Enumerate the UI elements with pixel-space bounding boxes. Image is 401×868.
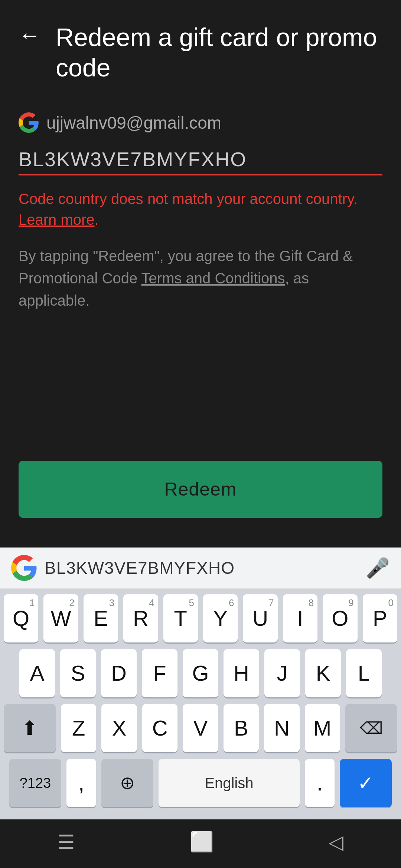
key-g[interactable]: G xyxy=(183,649,218,697)
keyboard-row-1: 1Q 2W 3E 4R 5T 6Y 7U 8I 9O 0P xyxy=(4,594,397,642)
learn-more-link[interactable]: Learn more xyxy=(19,211,95,228)
account-email: ujjwalnv09@gmail.com xyxy=(46,113,221,133)
numbers-key[interactable]: ?123 xyxy=(9,759,61,807)
key-y[interactable]: 6Y xyxy=(203,594,238,642)
input-container[interactable] xyxy=(19,144,382,175)
key-u[interactable]: 7U xyxy=(243,594,277,642)
keyboard-row-3: ⬆ Z X C V B N M ⌫ xyxy=(4,704,397,752)
key-d[interactable]: D xyxy=(101,649,137,697)
gboard-topbar: BL3KW3VE7BMYFXHO 🎤 xyxy=(0,548,401,589)
gboard-input-display: BL3KW3VE7BMYFXHO xyxy=(45,558,358,578)
key-h[interactable]: H xyxy=(224,649,259,697)
key-p[interactable]: 0P xyxy=(363,594,397,642)
nav-home-icon[interactable]: ⬜ xyxy=(190,831,214,853)
key-z[interactable]: Z xyxy=(61,704,96,752)
nav-back-icon[interactable]: ◁ xyxy=(329,831,343,853)
redeem-button[interactable]: Redeem xyxy=(19,461,382,518)
page-title: Redeem a gift card or promo code xyxy=(56,22,382,83)
key-l[interactable]: L xyxy=(346,649,382,697)
key-j[interactable]: J xyxy=(264,649,300,697)
key-m[interactable]: M xyxy=(305,704,340,752)
key-o[interactable]: 9O xyxy=(323,594,357,642)
globe-key[interactable]: ⊕ xyxy=(101,759,153,807)
error-message: Code country does not match your account… xyxy=(19,188,382,230)
key-s[interactable]: S xyxy=(60,649,96,697)
back-button[interactable]: ← xyxy=(19,24,41,46)
backspace-key[interactable]: ⌫ xyxy=(345,704,397,752)
space-key[interactable]: English xyxy=(159,759,300,807)
key-k[interactable]: K xyxy=(305,649,341,697)
period-key[interactable]: . xyxy=(305,759,335,807)
key-a[interactable]: A xyxy=(19,649,55,697)
key-e[interactable]: 3E xyxy=(84,594,118,642)
key-b[interactable]: B xyxy=(224,704,259,752)
shift-key[interactable]: ⬆ xyxy=(4,704,56,752)
google-logo-icon xyxy=(19,112,39,133)
gboard-logo-icon xyxy=(11,555,37,581)
key-q[interactable]: 1Q xyxy=(4,594,38,642)
key-t[interactable]: 5T xyxy=(163,594,198,642)
key-n[interactable]: N xyxy=(264,704,299,752)
done-key[interactable]: ✓ xyxy=(340,759,392,807)
comma-key[interactable]: , xyxy=(66,759,96,807)
keyboard-row-4: ?123 , ⊕ English . ✓ xyxy=(4,759,397,807)
terms-text: By tapping "Redeem", you agree to the Gi… xyxy=(19,245,382,312)
keyboard-container: BL3KW3VE7BMYFXHO 🎤 1Q 2W 3E 4R 5T 6Y 7U … xyxy=(0,548,401,819)
microphone-icon[interactable]: 🎤 xyxy=(366,557,390,579)
app-area: ← Redeem a gift card or promo code ujjwa… xyxy=(0,0,401,548)
key-w[interactable]: 2W xyxy=(43,594,78,642)
key-i[interactable]: 8I xyxy=(283,594,317,642)
key-f[interactable]: F xyxy=(142,649,177,697)
keyboard-rows: 1Q 2W 3E 4R 5T 6Y 7U 8I 9O 0P A S D F G … xyxy=(0,589,401,819)
key-r[interactable]: 4R xyxy=(123,594,158,642)
key-c[interactable]: C xyxy=(142,704,177,752)
nav-bar: ☰ ⬜ ◁ xyxy=(0,819,401,868)
terms-link[interactable]: Terms and Conditions xyxy=(141,270,285,286)
key-v[interactable]: V xyxy=(183,704,218,752)
account-row: ujjwalnv09@gmail.com xyxy=(19,112,382,133)
key-x[interactable]: X xyxy=(101,704,137,752)
code-input[interactable] xyxy=(19,144,382,175)
nav-menu-icon[interactable]: ☰ xyxy=(58,831,75,853)
header: ← Redeem a gift card or promo code xyxy=(19,22,382,83)
keyboard-row-2: A S D F G H J K L xyxy=(4,649,397,697)
